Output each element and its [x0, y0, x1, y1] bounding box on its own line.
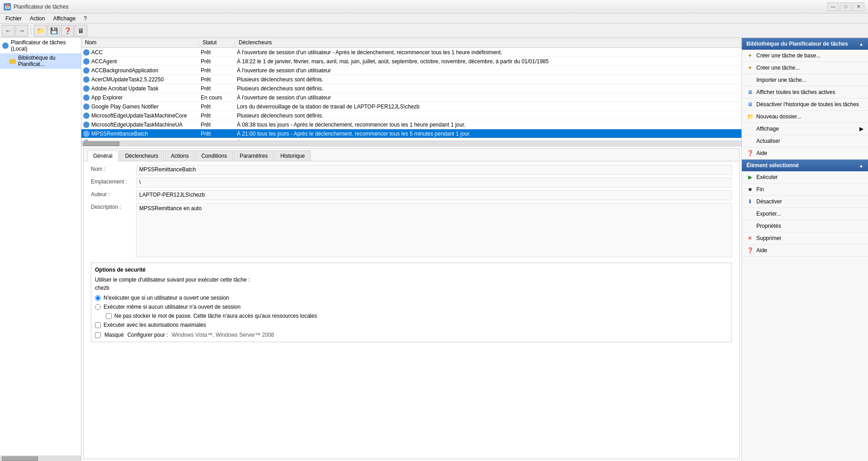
export-icon: [746, 210, 754, 217]
sidebar-item-library[interactable]: Bibliothèque du Planificat...: [0, 53, 81, 69]
task-trigger: Plusieurs déclencheurs sont définis.: [235, 113, 741, 119]
menu-bar: Fichier Action Affichage ?: [0, 14, 868, 24]
help-button[interactable]: ❓: [61, 25, 74, 37]
right-action-executer[interactable]: ▶ Exécuter: [742, 171, 868, 183]
tab-conditions[interactable]: Conditions: [195, 151, 233, 161]
menu-help[interactable]: ?: [80, 14, 90, 23]
task-row[interactable]: MicrosoftEdgeUpdateTaskMachineUA Prêt À …: [81, 120, 741, 129]
right-action-nouveau-dossier[interactable]: 📁 Nouveau dossier...: [742, 111, 868, 123]
right-action-affichage[interactable]: Affichage ▶: [742, 123, 868, 135]
task-row[interactable]: ACCBackgroundApplication Prêt À l'ouvert…: [81, 66, 741, 75]
task-name: App Explorer: [81, 94, 199, 101]
header-status[interactable]: Statut: [199, 38, 235, 47]
maximize-button[interactable]: □: [840, 2, 852, 11]
forward-button[interactable]: →: [15, 25, 28, 37]
right-action-aide-selected[interactable]: ❓ Aide: [742, 245, 868, 257]
selected-collapse-arrow[interactable]: ▲: [859, 163, 863, 168]
sidebar-scrollbar[interactable]: [0, 456, 81, 461]
sidebar-scroll: Planificateur de tâches (Local) Biblioth…: [0, 38, 81, 456]
close-button[interactable]: ✕: [853, 2, 864, 11]
right-action-fin[interactable]: ■ Fin: [742, 183, 868, 196]
right-action-supprimer[interactable]: ✕ Supprimer: [742, 232, 868, 245]
task-status: En cours: [199, 94, 235, 101]
task-icon: [83, 49, 90, 56]
task-name: ACC: [81, 49, 199, 56]
right-action-creer-base[interactable]: ✦ Créer une tâche de base...: [742, 50, 868, 62]
right-action-creer[interactable]: ✦ Créer une tâche...: [742, 62, 868, 74]
configurer-label: Configurer pour :: [127, 332, 168, 338]
right-action-desactiver[interactable]: ⬇ Désactiver: [742, 196, 868, 208]
right-action-afficher-actives[interactable]: 🖥 Afficher toutes les tâches actives: [742, 86, 868, 99]
task-icon: [83, 58, 90, 65]
radio-session-1[interactable]: [95, 295, 101, 301]
task-icon: [83, 122, 90, 128]
menu-affichage[interactable]: Affichage: [49, 14, 79, 23]
task-icon: [83, 131, 90, 137]
task-row[interactable]: ACCAgent Prêt À 18:22 le 1 de janvier, f…: [81, 57, 741, 66]
task-trigger: À l'ouverture de session d'un utilisateu…: [235, 67, 741, 74]
import-icon: [746, 76, 754, 84]
header-name[interactable]: Nom: [81, 38, 199, 47]
checkbox-password[interactable]: [106, 313, 112, 319]
checkbox-masque[interactable]: [95, 332, 101, 338]
library-section-header: Bibliothèque du Planificateur de tâches …: [742, 38, 868, 50]
task-status: Prêt: [199, 131, 235, 137]
task-row[interactable]: AcerCMUpdateTask2.5.22250 Prêt Plusieurs…: [81, 75, 741, 84]
affichage-arrow: ▶: [859, 126, 863, 132]
right-action-importer[interactable]: Importer une tâche...: [742, 74, 868, 86]
right-action-aide-library[interactable]: ❓ Aide: [742, 147, 868, 160]
tab-general[interactable]: Général: [87, 151, 118, 161]
auteur-label: Auteur :: [91, 190, 136, 198]
menu-action[interactable]: Action: [26, 14, 48, 23]
window-title: Planificateur de tâches: [14, 4, 68, 10]
task-row-selected[interactable]: MPSSRemittanceBatch Prêt À 21:00 tous le…: [81, 129, 741, 138]
header-triggers[interactable]: Déclencheurs: [235, 38, 741, 47]
task-trigger: Plusieurs déclencheurs sont définis.: [235, 76, 741, 83]
tab-parametres[interactable]: Paramètres: [234, 151, 274, 161]
title-bar: 📅 Planificateur de tâches — □ ✕: [0, 0, 868, 14]
tab-actions[interactable]: Actions: [165, 151, 194, 161]
task-name: MicrosoftEdgeUpdateTaskMachineCore: [81, 113, 199, 119]
nom-value: MPSSRemittanceBatch: [136, 165, 732, 175]
task-trigger: Plusieurs déclencheurs sont définis.: [235, 85, 741, 92]
sidebar-item-root[interactable]: Planificateur de tâches (Local): [0, 38, 81, 53]
properties-icon: [746, 222, 754, 230]
task-status: Prêt: [199, 49, 235, 56]
task-status: Prêt: [199, 113, 235, 119]
task-icon: [83, 85, 90, 92]
task-row[interactable]: Adobe Acrobat Update Task Prêt Plusieurs…: [81, 84, 741, 93]
tab-historique[interactable]: Historique: [274, 151, 311, 161]
library-collapse-arrow[interactable]: ▲: [859, 42, 863, 47]
properties-button[interactable]: 🖥: [75, 25, 87, 37]
help-icon: ❓: [746, 150, 754, 157]
svg-rect-2: [9, 60, 16, 64]
checkbox-max-auth[interactable]: [95, 322, 101, 328]
task-row[interactable]: MicrosoftEdgeUpdateTaskMachineCore Prêt …: [81, 111, 741, 120]
right-action-desactiver-historique[interactable]: 🖥 Désactiver l'historique de toutes les …: [742, 99, 868, 111]
tab-declencheurs[interactable]: Déclencheurs: [119, 151, 164, 161]
task-name: MPSSRemittanceBatch: [81, 131, 199, 137]
open-button[interactable]: 📁: [34, 25, 47, 37]
minimize-button[interactable]: —: [827, 2, 839, 11]
back-button[interactable]: ←: [2, 25, 14, 37]
radio-option-1: N'exécuter que si un utilisateur a ouver…: [95, 295, 728, 301]
checkbox-option-2: Exécuter avec les autorisations maximale…: [95, 322, 728, 328]
radio-session-2[interactable]: [95, 304, 101, 310]
sidebar-scrollbar-thumb[interactable]: [2, 456, 38, 461]
monitor-icon-2: 🖥: [746, 101, 754, 108]
task-row[interactable]: Google Play Games Notifier Prêt Lors du …: [81, 102, 741, 111]
task-row[interactable]: ACC Prêt À l'ouverture de session d'un u…: [81, 48, 741, 57]
right-action-actualiser[interactable]: Actualiser: [742, 135, 868, 147]
menu-fichier[interactable]: Fichier: [2, 14, 25, 23]
right-action-exporter[interactable]: Exporter...: [742, 208, 868, 220]
monitor-icon: 🖥: [746, 89, 754, 96]
task-icon: [83, 113, 90, 119]
tabs-bar: Général Déclencheurs Actions Conditions …: [84, 149, 739, 161]
svg-point-0: [2, 42, 9, 49]
task-list-scrollbar[interactable]: [81, 141, 741, 146]
task-list-scrollbar-thumb[interactable]: [83, 141, 119, 146]
save-button[interactable]: 💾: [47, 25, 60, 37]
right-action-proprietes[interactable]: Propriétés: [742, 220, 868, 232]
task-row[interactable]: App Explorer En cours À l'ouverture de s…: [81, 93, 741, 102]
toolbar: ← → 📁 💾 ❓ 🖥: [0, 24, 868, 38]
